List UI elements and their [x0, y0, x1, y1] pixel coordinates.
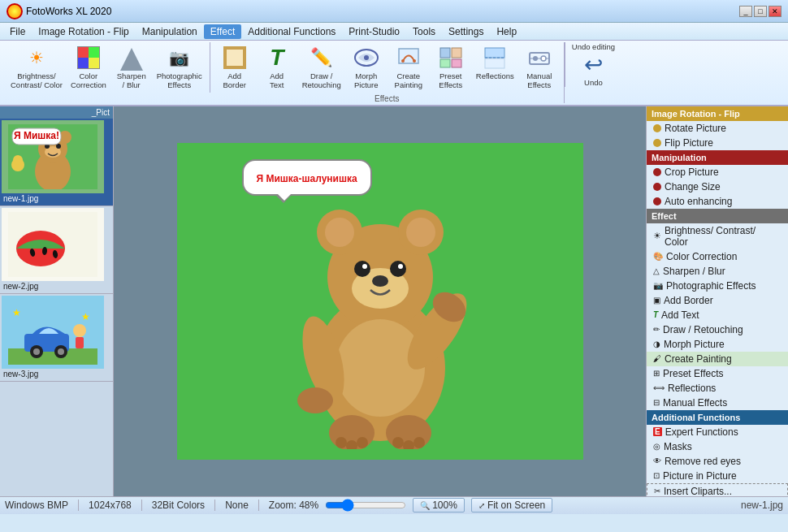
photo-p-icon: 📷	[653, 281, 663, 290]
svg-rect-9	[485, 48, 504, 58]
panel-item-morph[interactable]: ◑ Morph Picture	[647, 337, 788, 352]
fit-screen-button[interactable]: ⤢ Fit on Screen	[471, 498, 552, 513]
panel-item-color-corr[interactable]: 🎨 Color Correction	[647, 249, 788, 264]
panel-item-border[interactable]: ▣ Add Border	[647, 293, 788, 308]
zoom-slider[interactable]	[325, 500, 406, 511]
svg-rect-10	[485, 58, 504, 68]
status-mode: None	[225, 500, 249, 511]
sharpen-button[interactable]: Sharpen/ Blur	[110, 42, 153, 93]
menu-file[interactable]: File	[3, 24, 32, 39]
panel-item-sharpen[interactable]: △ Sharpen / Blur	[647, 264, 788, 279]
panel-item-crop[interactable]: Crop Picture	[647, 165, 788, 179]
brightness-label: Brightness/Contrast/ Color	[11, 71, 63, 90]
panel-item-photo[interactable]: 📷 Photographic Effects	[647, 279, 788, 293]
painting-label: CreatePainting	[395, 71, 422, 90]
svg-point-37	[33, 348, 40, 355]
panel-item-pic-in-pic[interactable]: ⊡ Picture in Picture	[647, 469, 788, 483]
undo-button[interactable]: ↩	[584, 51, 603, 78]
svg-point-54	[362, 264, 367, 269]
panel-item-expert[interactable]: E Expert Functions	[647, 425, 788, 439]
effects-group-label: Effects	[214, 93, 561, 103]
crop-icon	[653, 168, 661, 176]
panel-item-reflect[interactable]: ⟺ Reflections	[647, 381, 788, 396]
reflections-button[interactable]: Reflections	[472, 42, 518, 93]
morph-button[interactable]: MorphPicture	[345, 42, 388, 93]
thumbnail-label-1: new-1.jpg	[2, 193, 111, 204]
color-correction-button[interactable]: ColorCorrection	[67, 42, 110, 93]
zoom-label: Zoom: 48%	[269, 500, 318, 511]
minimize-button[interactable]: _	[739, 6, 752, 17]
add-border-button[interactable]: AddBorder	[214, 42, 256, 93]
panel-item-brightness[interactable]: ☀ Brightness/ Contrast/ Color	[647, 223, 788, 249]
thumbnail-image-3: ★ ★	[2, 296, 104, 369]
status-colors: 32Bit Colors	[152, 500, 205, 511]
panel-item-cliparts[interactable]: ✂ Insert Cliparts...	[647, 483, 788, 496]
brightness-button[interactable]: ☀ Brightness/Contrast/ Color	[6, 42, 67, 93]
zoom-100-button[interactable]: 🔍 100%	[413, 498, 465, 513]
menubar: File Image Rotation - Flip Manipulation …	[0, 23, 788, 41]
panel-item-redeye[interactable]: 👁 Remove red eyes	[647, 454, 788, 469]
sep4	[258, 500, 259, 511]
logo-icon	[6, 3, 23, 19]
panel-item-rotate[interactable]: Rotate Picture	[647, 121, 788, 136]
thumbnail-item-2[interactable]: new-2.jpg	[0, 206, 113, 294]
panel-item-manual[interactable]: ⊟ Manual Effects	[647, 396, 788, 410]
menu-manipulation[interactable]: Manipulation	[136, 24, 204, 39]
flip-icon	[653, 139, 661, 147]
photographic-label: PhotographicEffects	[157, 71, 202, 90]
thumbnail-item-1[interactable]: Я Мишка! new-1.jpg	[0, 119, 113, 206]
preset-effects-button[interactable]: PresetEffects	[430, 42, 472, 93]
svg-point-4	[413, 59, 416, 63]
svg-text:★: ★	[81, 311, 90, 322]
panel-item-masks[interactable]: ◎ Masks	[647, 439, 788, 454]
menu-rotation[interactable]: Image Rotation - Flip	[32, 24, 135, 39]
sharpen-label: Sharpen/ Blur	[117, 71, 146, 90]
close-button[interactable]: ✕	[769, 6, 782, 17]
border-frame-icon	[222, 45, 248, 71]
panel-item-draw[interactable]: ✏ Draw / Retouching	[647, 322, 788, 337]
svg-rect-6	[452, 48, 461, 58]
panel-item-auto[interactable]: Auto enhancing	[647, 194, 788, 209]
menu-print[interactable]: Print-Studio	[342, 24, 406, 39]
expert-icon: E	[653, 427, 662, 436]
restore-button[interactable]: □	[754, 6, 767, 17]
add-text-button[interactable]: T AddText	[256, 42, 298, 93]
panel-item-painting[interactable]: 🖌 Create Painting	[647, 352, 788, 366]
thumbnail-image-2	[2, 208, 104, 281]
status-dimensions: 1024x768	[89, 500, 132, 511]
panel-item-size[interactable]: Change Size	[647, 179, 788, 194]
sep2	[141, 500, 142, 511]
menu-help[interactable]: Help	[490, 24, 523, 39]
menu-effect[interactable]: Effect	[204, 24, 241, 39]
create-painting-button[interactable]: CreatePainting	[388, 42, 430, 93]
svg-point-67	[392, 437, 404, 448]
panel-item-preset[interactable]: ⊞ Preset Effects	[647, 366, 788, 381]
panel-header: _Pict	[0, 106, 113, 119]
brush-icon: ✏️	[309, 45, 335, 71]
menu-tools[interactable]: Tools	[406, 24, 442, 39]
morph-label: MorphPicture	[354, 71, 379, 90]
text-icon: T	[264, 45, 290, 71]
svg-point-50	[406, 218, 435, 247]
toolbar-group-basic: ☀ Brightness/Contrast/ Color ColorCorrec…	[3, 42, 210, 93]
sep3	[214, 500, 215, 511]
status-filename: new-1.jpg	[741, 500, 783, 511]
panel-item-text[interactable]: T Add Text	[647, 308, 788, 322]
manual-icon	[526, 45, 552, 71]
menu-settings[interactable]: Settings	[442, 24, 490, 39]
thumbnail-item-3[interactable]: ★ ★ new-3.jpg	[0, 294, 113, 382]
svg-point-14	[533, 56, 538, 61]
draw-button[interactable]: ✏️ Draw /Retouching	[298, 42, 345, 93]
draw-label: Draw /Retouching	[302, 71, 341, 90]
section-header-manipulation: Manipulation	[647, 150, 788, 165]
manual-effects-button[interactable]: ManualEffects	[518, 42, 561, 93]
menu-additional[interactable]: Additional Functions	[241, 24, 342, 39]
svg-point-27	[13, 155, 23, 165]
section-header-rotation: Image Rotation - Flip	[647, 106, 788, 121]
svg-point-48	[325, 218, 354, 247]
sep1	[78, 500, 79, 511]
color-label: ColorCorrection	[71, 71, 106, 90]
panel-item-flip[interactable]: Flip Picture	[647, 136, 788, 150]
triangle-icon	[119, 45, 145, 71]
photographic-button[interactable]: 📷 PhotographicEffects	[153, 42, 206, 93]
